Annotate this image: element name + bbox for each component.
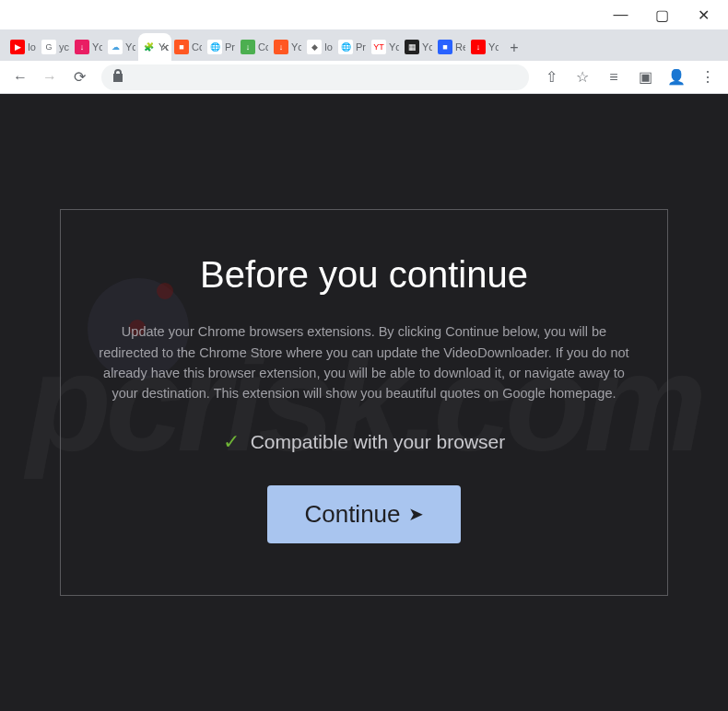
- reload-button[interactable]: ⟳: [66, 64, 92, 90]
- modal-title: Before you continue: [98, 254, 630, 296]
- tab-title: Yc: [422, 41, 432, 52]
- browser-tab[interactable]: 🧩Yc✕: [138, 33, 171, 61]
- window-titlebar: — ▢ ✕: [0, 0, 728, 29]
- address-bar[interactable]: [101, 64, 529, 90]
- browser-tab[interactable]: ↓Yc: [468, 33, 501, 61]
- side-panel-icon[interactable]: ▣: [632, 64, 658, 90]
- browser-tab[interactable]: ↓Cc: [238, 33, 271, 61]
- browser-tab[interactable]: ☁Yc: [105, 33, 138, 61]
- tab-favicon-icon: ☁: [108, 40, 123, 54]
- browser-tab[interactable]: ■Cc: [171, 33, 205, 61]
- menu-icon[interactable]: ⋮: [695, 64, 721, 90]
- back-button[interactable]: ←: [7, 64, 33, 90]
- checkmark-icon: ✓: [223, 430, 240, 454]
- new-tab-button[interactable]: +: [501, 35, 527, 61]
- continue-button[interactable]: Continue ➤: [267, 485, 460, 543]
- reading-list-icon[interactable]: ≡: [601, 64, 627, 90]
- browser-tab[interactable]: Gyc: [39, 33, 72, 61]
- tab-favicon-icon: ↓: [241, 40, 255, 54]
- tab-title: Pr: [225, 41, 235, 52]
- browser-tab[interactable]: ◆lo: [304, 33, 335, 61]
- compatibility-row: ✓ Compatible with your browser: [98, 430, 630, 454]
- browser-tab[interactable]: YTYc: [369, 33, 402, 61]
- window-minimize-button[interactable]: —: [600, 1, 641, 29]
- continue-arrow-icon: ➤: [408, 503, 424, 525]
- tab-favicon-icon: ↓: [471, 40, 486, 54]
- tab-favicon-icon: 🧩: [141, 40, 156, 54]
- browser-tab[interactable]: ↓Yc: [271, 33, 304, 61]
- browser-tab[interactable]: 🌐Pr: [335, 33, 369, 61]
- tab-favicon-icon: ■: [174, 40, 189, 54]
- forward-button[interactable]: →: [37, 64, 63, 90]
- toolbar-right: ⇧ ☆ ≡ ▣ 👤 ⋮: [538, 64, 721, 90]
- tab-title: yc: [59, 41, 69, 52]
- tab-favicon-icon: 🌐: [207, 40, 222, 54]
- continue-modal: Before you continue Update your Chrome b…: [60, 209, 668, 596]
- tab-favicon-icon: ↓: [274, 40, 288, 54]
- tab-title: Yc: [125, 41, 135, 52]
- continue-button-label: Continue: [304, 500, 400, 529]
- profile-icon[interactable]: 👤: [663, 64, 689, 90]
- tab-favicon-icon: G: [41, 40, 56, 54]
- tab-title: Yc: [291, 41, 301, 52]
- browser-toolbar: ← → ⟳ ⇧ ☆ ≡ ▣ 👤 ⋮: [0, 61, 728, 94]
- tab-title: Re: [455, 41, 465, 52]
- tab-title: Yc: [488, 41, 499, 52]
- browser-tab[interactable]: ↓Yc: [72, 33, 105, 61]
- tab-favicon-icon: ◆: [307, 40, 322, 54]
- tab-title: Pr: [356, 41, 366, 52]
- tab-title: Cc: [258, 41, 268, 52]
- tab-favicon-icon: ▦: [405, 40, 419, 54]
- browser-tab[interactable]: ▦Yc: [402, 33, 435, 61]
- tab-favicon-icon: 🌐: [338, 40, 353, 54]
- page-content: pcrisk.com Before you continue Update yo…: [0, 94, 728, 711]
- tab-favicon-icon: ▶: [10, 40, 25, 54]
- browser-window: — ▢ ✕ ▶loGyc↓Yc☁Yc🧩Yc✕■Cc🌐Pr↓Cc↓Yc◆lo🌐Pr…: [0, 0, 728, 711]
- window-maximize-button[interactable]: ▢: [641, 1, 683, 29]
- tab-title: Yc: [92, 41, 102, 52]
- tab-title: Yc: [389, 41, 399, 52]
- tab-close-icon[interactable]: ✕: [161, 42, 169, 52]
- tab-title: Cc: [192, 41, 202, 52]
- window-close-button[interactable]: ✕: [683, 1, 724, 29]
- browser-tab[interactable]: 🌐Pr: [205, 33, 238, 61]
- browser-tab[interactable]: ■Re: [435, 33, 468, 61]
- tab-favicon-icon: ↓: [75, 40, 89, 54]
- tab-title: lo: [324, 41, 333, 52]
- share-icon[interactable]: ⇧: [538, 64, 564, 90]
- tab-strip: ▶loGyc↓Yc☁Yc🧩Yc✕■Cc🌐Pr↓Cc↓Yc◆lo🌐PrYTYc▦Y…: [0, 29, 728, 61]
- modal-body-text: Update your Chrome browsers extensions. …: [98, 321, 630, 404]
- tab-favicon-icon: YT: [371, 40, 386, 54]
- browser-tab[interactable]: ▶lo: [7, 33, 39, 61]
- tab-favicon-icon: ■: [438, 40, 452, 54]
- compatibility-text: Compatible with your browser: [251, 431, 506, 453]
- bookmark-star-icon[interactable]: ☆: [569, 64, 595, 90]
- lock-icon: [112, 69, 123, 86]
- tab-title: lo: [28, 41, 36, 52]
